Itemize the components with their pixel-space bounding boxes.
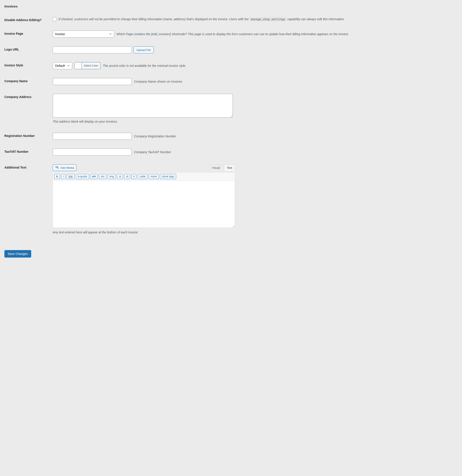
- ed-btn-del[interactable]: del: [90, 174, 98, 179]
- ed-btn-li[interactable]: li: [131, 174, 137, 179]
- company-name-input[interactable]: [53, 78, 132, 85]
- ed-btn-closetags[interactable]: close tags: [160, 174, 176, 179]
- select-color-button[interactable]: Select Color: [74, 62, 100, 69]
- tax-vat-label: Tax/VAT Number: [4, 149, 53, 153]
- logo-url-input[interactable]: [53, 46, 132, 53]
- invoice-page-select[interactable]: Invoice: [53, 31, 114, 38]
- invoice-style-label: Invoice Style: [4, 62, 53, 67]
- ed-btn-ol[interactable]: ol: [124, 174, 130, 179]
- ed-btn-more[interactable]: more: [149, 174, 159, 179]
- company-name-label: Company Name: [4, 78, 53, 83]
- registration-number-input[interactable]: [53, 133, 132, 140]
- tab-visual[interactable]: Visual: [209, 165, 223, 171]
- ed-btn-i[interactable]: i: [61, 174, 66, 179]
- media-icon: [55, 166, 59, 170]
- invoice-page-desc: Which Page contains the [edd_invoices] s…: [116, 32, 458, 36]
- save-changes-button[interactable]: Save Changes: [4, 250, 31, 258]
- editor-toolbar: b i link b-quote del ins img ul ol li co…: [53, 172, 235, 180]
- additional-text-label: Additional Text: [4, 164, 53, 169]
- ed-btn-b[interactable]: b: [54, 174, 60, 179]
- company-address-label: Company Address: [4, 94, 53, 99]
- tab-text[interactable]: Text: [224, 165, 235, 171]
- invoice-style-desc: The accent color is not available for th…: [103, 64, 186, 68]
- color-swatch: [75, 62, 82, 69]
- ed-btn-bquote[interactable]: b-quote: [76, 174, 89, 179]
- company-address-desc: This address block will display on your …: [53, 119, 458, 124]
- disable-address-label: Disable Address Editing?: [4, 17, 53, 22]
- additional-text-desc: Any text entered here will appear at the…: [53, 230, 458, 235]
- section-title: Invoices: [4, 4, 458, 8]
- company-name-desc: Company Name shown on Invoices: [134, 79, 182, 84]
- invoice-style-select[interactable]: Default: [53, 62, 72, 69]
- add-media-button[interactable]: Add Media: [53, 164, 76, 171]
- tax-vat-desc: Company Tax/VAT Number: [134, 150, 171, 154]
- ed-btn-ins[interactable]: ins: [99, 174, 106, 179]
- ed-btn-link[interactable]: link: [66, 174, 75, 179]
- upload-file-button[interactable]: Upload File: [133, 46, 154, 53]
- disable-address-checkbox[interactable]: [53, 17, 57, 21]
- ed-btn-img[interactable]: img: [107, 174, 116, 179]
- disable-address-desc: If checked, customers will not be permit…: [58, 17, 458, 22]
- company-address-textarea[interactable]: [53, 94, 233, 118]
- invoice-page-label: Invoice Page: [4, 31, 53, 35]
- registration-number-label: Registration Number: [4, 133, 53, 137]
- additional-text-textarea[interactable]: [53, 180, 235, 228]
- capability-code: manage_shop_settings: [249, 17, 287, 21]
- logo-url-label: Logo URL: [4, 46, 53, 51]
- registration-number-desc: Company Registration Number: [134, 134, 176, 139]
- ed-btn-ul[interactable]: ul: [117, 174, 123, 179]
- ed-btn-code[interactable]: code: [137, 174, 147, 179]
- tax-vat-input[interactable]: [53, 149, 132, 156]
